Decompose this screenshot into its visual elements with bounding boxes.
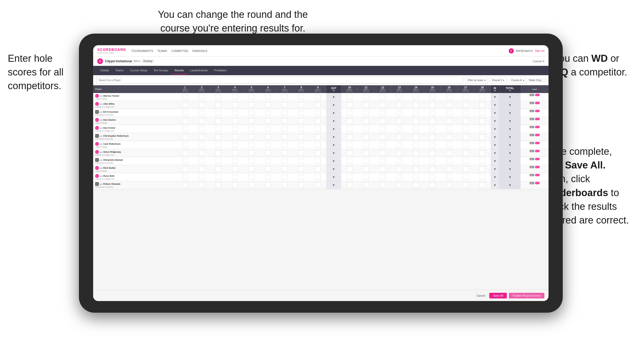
hole-11-score[interactable] bbox=[358, 133, 374, 141]
hole-16-score[interactable] bbox=[441, 173, 457, 181]
score-input-8-2[interactable] bbox=[199, 158, 204, 164]
score-input-11-9[interactable] bbox=[315, 182, 321, 188]
score-input-10-9[interactable] bbox=[315, 174, 321, 180]
hole-18-score[interactable] bbox=[474, 133, 491, 141]
hole-3-score[interactable] bbox=[210, 141, 227, 149]
hole-18-score[interactable] bbox=[474, 125, 491, 133]
hole-2-score[interactable] bbox=[193, 133, 210, 141]
score-input-3-16[interactable] bbox=[446, 118, 452, 124]
score-input-2-18[interactable] bbox=[479, 110, 485, 116]
sign-out-link[interactable]: Sign out bbox=[535, 49, 544, 52]
hole-14-score[interactable] bbox=[408, 157, 424, 165]
hole-6-score[interactable] bbox=[260, 117, 276, 125]
hole-17-score[interactable] bbox=[457, 125, 474, 133]
label-cell[interactable]: WD DQ bbox=[521, 173, 548, 177]
hole-8-score[interactable] bbox=[293, 125, 309, 133]
hole-16-score[interactable] bbox=[441, 93, 457, 101]
score-input-2-10[interactable] bbox=[347, 110, 352, 116]
hole-15-score[interactable] bbox=[424, 157, 441, 165]
score-input-11-16[interactable] bbox=[446, 182, 452, 188]
hole-3-score[interactable] bbox=[210, 109, 227, 117]
hole-6-score[interactable] bbox=[260, 101, 276, 109]
dq-button[interactable]: DQ bbox=[535, 134, 540, 136]
hole-18-score[interactable] bbox=[474, 93, 491, 101]
hole-15-score[interactable] bbox=[424, 109, 441, 117]
score-input-3-14[interactable] bbox=[413, 118, 419, 124]
round-dropdown[interactable]: Round 1 ▾ bbox=[490, 77, 507, 83]
score-input-7-8[interactable] bbox=[298, 150, 304, 156]
hole-12-score[interactable] bbox=[374, 173, 391, 181]
score-input-0-13[interactable] bbox=[396, 94, 402, 99]
hole-18-score[interactable] bbox=[474, 165, 491, 173]
hole-15-score[interactable] bbox=[424, 181, 441, 189]
hole-5-score[interactable] bbox=[243, 157, 260, 165]
hole-4-score[interactable] bbox=[227, 181, 243, 189]
score-input-11-6[interactable] bbox=[265, 182, 271, 188]
score-input-5-10[interactable] bbox=[347, 134, 352, 140]
hole-7-score[interactable] bbox=[276, 109, 293, 117]
score-input-11-14[interactable] bbox=[413, 182, 419, 188]
score-input-9-2[interactable] bbox=[199, 166, 204, 172]
tab-tee-groups[interactable]: Tee Groups bbox=[150, 67, 171, 74]
hole-3-score[interactable] bbox=[210, 149, 227, 157]
course-dropdown[interactable]: Course A ▾ bbox=[509, 77, 526, 83]
hole-15-score[interactable] bbox=[424, 101, 441, 109]
hole-8-score[interactable] bbox=[293, 165, 309, 173]
hole-15-score[interactable] bbox=[424, 133, 441, 141]
tab-printables[interactable]: Printables bbox=[211, 67, 230, 74]
score-input-7-4[interactable] bbox=[232, 150, 238, 156]
score-input-10-1[interactable] bbox=[182, 174, 188, 180]
dq-button[interactable]: DQ bbox=[535, 102, 540, 104]
hole-7-score[interactable] bbox=[276, 165, 293, 173]
score-input-4-7[interactable] bbox=[282, 126, 287, 132]
hole-3-score[interactable] bbox=[210, 133, 227, 141]
score-input-9-4[interactable] bbox=[232, 166, 238, 172]
score-input-2-3[interactable] bbox=[216, 110, 221, 116]
score-input-3-4[interactable] bbox=[232, 118, 238, 124]
score-input-2-9[interactable] bbox=[315, 110, 321, 116]
hole-8-score[interactable] bbox=[293, 149, 309, 157]
score-input-7-1[interactable] bbox=[182, 150, 188, 156]
hole-16-score[interactable] bbox=[441, 125, 457, 133]
dq-button[interactable]: DQ bbox=[535, 110, 540, 112]
score-input-9-3[interactable] bbox=[216, 166, 221, 172]
score-input-8-12[interactable] bbox=[380, 158, 386, 164]
hole-7-score[interactable] bbox=[276, 101, 293, 109]
hole-5-score[interactable] bbox=[243, 101, 260, 109]
hole-8-score[interactable] bbox=[293, 117, 309, 125]
hole-13-score[interactable] bbox=[391, 125, 408, 133]
hole-16-score[interactable] bbox=[441, 101, 457, 109]
score-input-7-16[interactable] bbox=[446, 150, 452, 156]
hole-5-score[interactable] bbox=[243, 117, 260, 125]
wd-button[interactable]: WD bbox=[530, 94, 534, 96]
score-input-11-2[interactable] bbox=[199, 182, 204, 188]
hole-3-score[interactable] bbox=[210, 157, 227, 165]
hole-6-score[interactable] bbox=[260, 181, 276, 189]
hole-13-score[interactable] bbox=[391, 93, 408, 101]
hole-12-score[interactable] bbox=[374, 109, 391, 117]
score-input-10-6[interactable] bbox=[265, 174, 271, 180]
hole-14-score[interactable] bbox=[408, 133, 424, 141]
hole-8-score[interactable] bbox=[293, 181, 309, 189]
score-input-6-1[interactable] bbox=[182, 142, 188, 148]
hole-10-score[interactable] bbox=[341, 117, 358, 125]
score-input-7-2[interactable] bbox=[199, 150, 204, 156]
dq-button[interactable]: DQ bbox=[535, 150, 540, 152]
hole-8-score[interactable] bbox=[293, 101, 309, 109]
nav-teams[interactable]: TEAMS bbox=[157, 49, 167, 52]
score-input-6-6[interactable] bbox=[265, 142, 271, 148]
hole-1-score[interactable] bbox=[177, 109, 193, 117]
dq-button[interactable]: DQ bbox=[535, 174, 540, 176]
hole-3-score[interactable] bbox=[210, 117, 227, 125]
label-cell[interactable]: WD DQ bbox=[521, 157, 548, 161]
score-input-5-13[interactable] bbox=[396, 134, 402, 140]
wd-button[interactable]: WD bbox=[530, 118, 534, 120]
hole-4-score[interactable] bbox=[227, 109, 243, 117]
hole-14-score[interactable] bbox=[408, 141, 424, 149]
score-input-10-13[interactable] bbox=[396, 174, 402, 180]
hole-5-score[interactable] bbox=[243, 141, 260, 149]
score-input-3-5[interactable] bbox=[249, 118, 254, 124]
score-input-7-3[interactable] bbox=[216, 150, 221, 156]
wd-button[interactable]: WD bbox=[530, 182, 534, 184]
hole-15-score[interactable] bbox=[424, 93, 441, 101]
